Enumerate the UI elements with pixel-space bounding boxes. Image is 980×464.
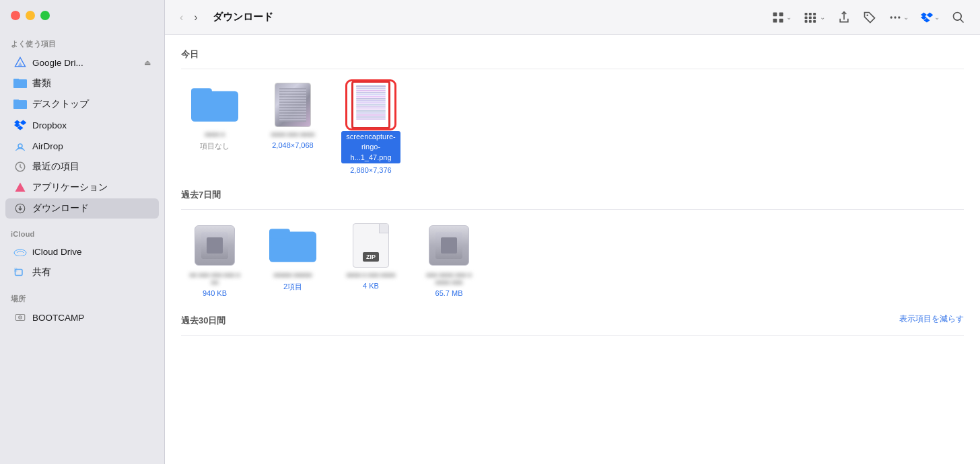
forward-button[interactable]: › [190,9,201,26]
zip-icon: ZIP [347,222,394,269]
past30days-section-header: 過去30日間 [181,315,225,327]
svg-rect-39 [269,229,290,238]
bootcamp-disk-icon [13,311,27,324]
svg-rect-21 [809,12,812,15]
sidebar-item-icloud-drive[interactable]: iCloud Drive [5,241,159,262]
tag-button[interactable] [859,8,880,27]
view-grid-button[interactable]: ⌄ [767,8,796,27]
svg-point-34 [954,12,962,20]
shared-icon [13,266,27,279]
grid-view-caret: ⌄ [786,13,792,21]
list-item[interactable]: ■■■ ■■■■ ■■■ ■■■■■ ■■■ 65.7 MB [415,218,483,301]
svg-marker-8 [15,183,26,192]
group-sort-button[interactable]: ⌄ [800,8,829,27]
list-item[interactable]: ■■■■ ■■■ ■■■■ 2,048×7,068 [259,77,326,178]
svg-point-33 [898,16,900,18]
svg-rect-23 [805,16,808,19]
sidebar-item-applications[interactable]: アプリケーション [5,178,159,198]
past7days-section: 過去7日間 ■■ ■■■ ■■■ ■■■ ■■■ 940 KB [181,189,964,301]
downloads-icon [13,202,27,215]
past30days-section-row: 過去30日間 表示項目を減らす [181,312,964,327]
past30days-action[interactable]: 表示項目を減らす [899,313,964,325]
dropbox-toolbar-caret: ⌄ [934,13,940,21]
sidebar-item-downloads[interactable]: ダウンロード [5,198,159,219]
svg-rect-12 [14,268,18,272]
main-content: ‹ › ダウンロード ⌄ [165,0,980,464]
svg-rect-25 [813,16,816,19]
svg-rect-27 [809,20,812,22]
sidebar-item-desktop[interactable]: デスクトップ [5,94,159,114]
sidebar-item-recents-label: 最近の項目 [32,161,151,173]
svg-rect-18 [773,18,777,22]
zip-name-blurred: ■■■■ ■ ■■■ ■■■■ [347,272,396,279]
list-item[interactable]: ZIP ■■■■ ■ ■■■ ■■■■ 4 KB [337,218,405,301]
svg-rect-28 [813,20,816,22]
svg-rect-3 [13,79,19,81]
past7days-divider [181,209,964,210]
svg-rect-16 [773,12,777,16]
close-button[interactable] [11,11,20,20]
sidebar-item-dropbox-label: Dropbox [32,120,151,130]
sidebar-item-airdrop-label: AirDrop [32,141,151,151]
more-button[interactable]: ⌄ [884,8,913,27]
folder-name-blurred-2: ■■■■■ ■■■■■ [274,272,312,279]
list-item[interactable]: ■■■■ ■ 項目なし [181,77,248,178]
today-section: 今日 ■■■■ ■ 項目なし [181,48,964,178]
svg-point-30 [866,14,868,16]
sidebar-item-shared-label: 共有 [32,266,151,278]
file-meta-5: 2項目 [283,282,302,292]
maximize-button[interactable] [40,11,50,20]
sidebar-item-google-drive[interactable]: Google Dri... ⏏ [5,52,159,73]
applications-icon [13,181,27,194]
sidebar-item-dropbox[interactable]: Dropbox [5,115,159,135]
documents-folder-icon [13,77,27,90]
folder-svg [191,85,238,124]
file-meta-2: 2,048×7,068 [272,141,313,149]
sidebar-item-recents[interactable]: 最近の項目 [5,157,159,177]
sidebar-item-icloud-drive-label: iCloud Drive [32,247,151,257]
svg-rect-26 [805,20,808,22]
tag-icon [863,11,876,24]
list-item[interactable]: ■■ ■■■ ■■■ ■■■ ■■■ 940 KB [181,218,248,301]
image-icon-today [269,81,316,128]
folder-icon-today [191,81,238,128]
sidebar-item-desktop-label: デスクトップ [32,98,151,110]
dropbox-toolbar-button[interactable]: ⌄ [917,9,944,26]
share-button[interactable] [833,8,855,27]
sidebar-item-shoruui[interactable]: 書類 [5,73,159,93]
screenshot-name-label: screencapture-ringo-h...1_47.png [341,131,400,163]
svg-point-31 [890,16,893,18]
list-item[interactable]: ■■■■■ ■■■■■ 2項目 [259,218,326,301]
ellipsis-icon [888,11,902,24]
search-button[interactable] [948,8,969,27]
icloud-drive-icon [13,245,27,258]
search-icon [952,11,965,24]
list-item[interactable]: screencapture-ringo-h...1_47.png 2,880×7… [337,77,405,178]
airdrop-icon [13,139,27,153]
sidebar-item-shared[interactable]: 共有 [5,262,159,282]
sort-caret: ⌄ [820,13,825,21]
sidebar-item-bootcamp[interactable]: BOOTCAMP [5,307,159,327]
file-name-blurred-1: ■■■■ ■ [205,131,225,139]
today-section-header: 今日 [181,48,964,61]
file-meta-3: 2,880×7,376 [350,166,391,174]
sidebar-section-favorites: よく使う項目 Google Dri... ⏏ 書類 [0,34,164,219]
sidebar-item-airdrop[interactable]: AirDrop [5,136,159,156]
toolbar-nav: ‹ › [176,9,202,26]
folder-icon-past7 [269,222,316,269]
past30days-divider [181,335,964,336]
dropbox-toolbar-icon [921,11,933,24]
eject-icon[interactable]: ⏏ [144,59,151,67]
more-caret: ⌄ [903,13,909,21]
dropbox-icon [13,118,27,132]
sidebar-item-applications-label: アプリケーション [32,182,151,194]
back-button[interactable]: ‹ [176,9,187,26]
sidebar-section-locations: 場所 BOOTCAMP [0,288,164,328]
sidebar-section-locations-label: 場所 [0,288,164,307]
svg-line-35 [960,19,964,22]
file-meta-4: 940 KB [203,289,227,297]
page-title: ダウンロード [213,11,273,24]
past7days-section-header: 過去7日間 [181,189,964,201]
svg-rect-24 [809,16,812,19]
minimize-button[interactable] [26,11,35,20]
